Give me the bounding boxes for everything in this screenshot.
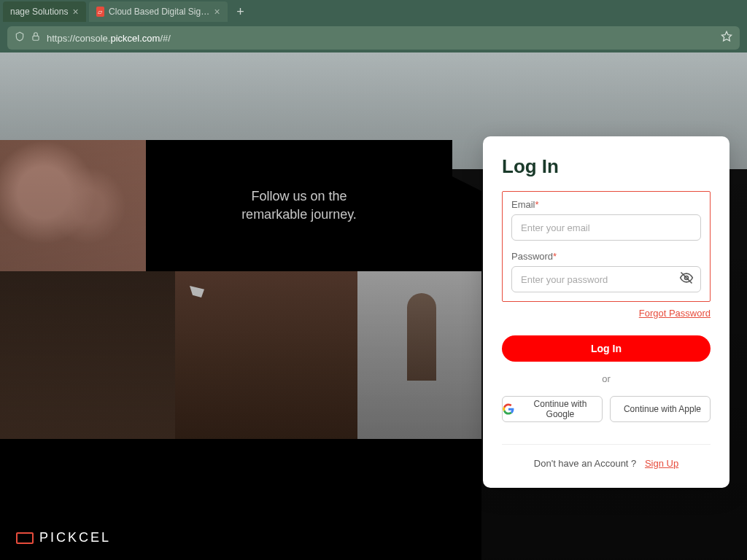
continue-with-google-button[interactable]: Continue with Google (502, 396, 603, 422)
close-icon[interactable]: × (214, 6, 220, 18)
logo-icon (16, 532, 34, 544)
login-card: Log In Email* Password* (483, 136, 729, 488)
email-input[interactable] (511, 214, 701, 241)
svg-rect-0 (33, 36, 39, 40)
url-bar-row: https://console.pickcel.com/#/ (0, 23, 747, 52)
logo-text: PICKCEL (39, 530, 111, 545)
tab-active[interactable]: ▱ Cloud Based Digital Signage Pr × (89, 1, 228, 22)
no-account-text: Don't have an Account ? (534, 458, 637, 469)
forgot-password-row: Forgot Password (502, 306, 711, 319)
forgot-password-link[interactable]: Forgot Password (639, 308, 711, 319)
signup-link[interactable]: Sign Up (645, 458, 678, 469)
page-content: Follow us on the remarkable journey. PIC… (0, 52, 747, 560)
password-label: Password* (511, 251, 701, 262)
url-domain: pickcel.com (110, 33, 160, 44)
google-button-label: Continue with Google (519, 399, 602, 419)
svg-marker-1 (721, 31, 731, 41)
close-icon[interactable]: × (72, 6, 78, 18)
continue-with-apple-button[interactable]: Continue with Apple (610, 396, 711, 422)
tab-inactive[interactable]: nage Solutions × (3, 1, 86, 22)
email-field-group: Email* (511, 199, 701, 241)
signup-row: Don't have an Account ? Sign Up (502, 444, 711, 469)
tab-bar: nage Solutions × ▱ Cloud Based Digital S… (0, 0, 747, 23)
bookmark-star-icon[interactable] (721, 31, 732, 45)
toggle-password-visibility-icon[interactable] (679, 271, 694, 288)
tab-title: nage Solutions (10, 7, 68, 17)
password-input[interactable] (511, 266, 701, 292)
tab-title: Cloud Based Digital Signage Pr (109, 7, 209, 17)
brand-logo: PICKCEL (16, 530, 111, 545)
lock-icon (31, 31, 41, 44)
favicon-icon: ▱ (96, 7, 105, 17)
social-login-row: Continue with Google Continue with Apple (502, 396, 711, 422)
password-field-group: Password* (511, 251, 701, 292)
apple-button-label: Continue with Apple (624, 404, 701, 414)
url-suffix: /#/ (160, 33, 170, 44)
url-bar[interactable]: https://console.pickcel.com/#/ (7, 26, 740, 50)
login-button[interactable]: Log In (502, 335, 711, 362)
login-form: Email* Password* (502, 191, 711, 302)
or-divider: or (502, 373, 711, 384)
login-title: Log In (502, 155, 711, 178)
url-prefix: https://console. (47, 33, 110, 44)
shield-icon (15, 31, 25, 44)
new-tab-button[interactable]: + (231, 1, 251, 22)
email-label: Email* (511, 199, 701, 210)
url-text: https://console.pickcel.com/#/ (47, 33, 715, 44)
google-icon (503, 403, 514, 415)
browser-chrome: nage Solutions × ▱ Cloud Based Digital S… (0, 0, 747, 52)
